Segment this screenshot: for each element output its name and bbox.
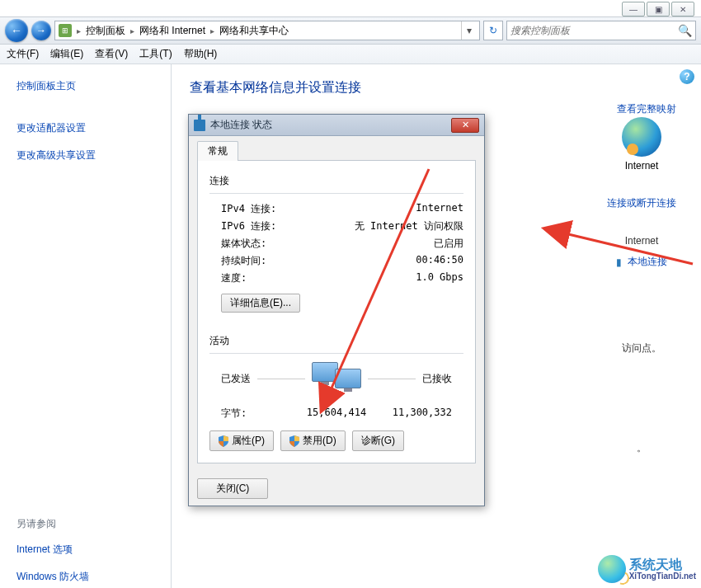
sidebar-link-windows-firewall[interactable]: Windows 防火墙 <box>16 570 154 584</box>
breadcrumb-item[interactable]: 网络和 Internet <box>139 24 205 38</box>
partial-text: 访问点。 <box>607 341 676 355</box>
menu-bar: 文件(F) 编辑(E) 查看(V) 工具(T) 帮助(H) <box>0 45 701 64</box>
sent-label: 已发送 <box>221 372 251 386</box>
chevron-right-icon: ▸ <box>129 26 136 35</box>
menu-help[interactable]: 帮助(H) <box>184 47 218 61</box>
menu-file[interactable]: 文件(F) <box>7 47 39 61</box>
received-label: 已接收 <box>422 372 452 386</box>
dialog-close-button[interactable]: ✕ <box>451 118 479 133</box>
row-ipv6: IPv6 连接:无 Internet 访问权限 <box>209 218 463 235</box>
view-full-map-link[interactable]: 查看完整映射 <box>617 102 676 116</box>
sidebar: 控制面板主页 更改适配器设置 更改高级共享设置 另请参阅 Internet 选项… <box>0 64 172 588</box>
menu-view[interactable]: 查看(V) <box>95 47 128 61</box>
help-icon[interactable]: ? <box>680 69 694 84</box>
chevron-right-icon: ▸ <box>75 26 82 35</box>
breadcrumb-item[interactable]: 控制面板 <box>86 24 125 38</box>
chevron-right-icon: ▸ <box>209 26 216 35</box>
row-speed: 速度:1.0 Gbps <box>209 270 463 287</box>
diagnose-button[interactable]: 诊断(G) <box>352 430 404 451</box>
sidebar-link-adapter-settings[interactable]: 更改适配器设置 <box>16 121 154 135</box>
dialog-title: 本地连接 状态 <box>210 118 272 132</box>
sidebar-link-advanced-sharing[interactable]: 更改高级共享设置 <box>16 148 154 162</box>
sidebar-home-link[interactable]: 控制面板主页 <box>16 79 154 93</box>
row-ipv4: IPv4 连接:Internet <box>209 200 463 218</box>
page-title: 查看基本网络信息并设置连接 <box>190 79 683 96</box>
close-button[interactable]: ✕ <box>671 2 694 16</box>
nav-forward-button[interactable]: → <box>31 21 51 40</box>
address-bar[interactable]: ⊞ ▸ 控制面板 ▸ 网络和 Internet ▸ 网络和共享中心 ▾ <box>54 21 480 40</box>
connect-disconnect-link[interactable]: 连接或断开连接 <box>607 196 676 210</box>
bytes-sent-value: 15,604,414 <box>298 407 374 421</box>
nav-back-button[interactable]: ← <box>5 19 28 42</box>
connection-icon: ▮ <box>616 256 622 268</box>
search-icon[interactable]: 🔍 <box>678 24 692 37</box>
control-panel-icon: ⊞ <box>59 24 72 37</box>
search-input[interactable] <box>510 25 678 36</box>
partial-text: 。 <box>607 441 676 455</box>
search-box[interactable]: 🔍 <box>506 21 696 40</box>
shield-icon <box>219 435 228 447</box>
details-button[interactable]: 详细信息(E)... <box>221 294 300 313</box>
disable-button[interactable]: 禁用(D) <box>280 430 346 451</box>
minimize-button[interactable]: — <box>622 2 645 16</box>
local-connection-link[interactable]: 本地连接 <box>628 255 667 269</box>
properties-button[interactable]: 属性(P) <box>209 430 274 451</box>
sidebar-link-internet-options[interactable]: Internet 选项 <box>16 543 154 557</box>
breadcrumb-item[interactable]: 网络和共享中心 <box>219 24 289 38</box>
network-icon <box>194 120 205 131</box>
refresh-button[interactable]: ↻ <box>483 21 503 40</box>
menu-tools[interactable]: 工具(T) <box>139 47 172 61</box>
tab-content-general: 连接 IPv4 连接:Internet IPv6 连接:无 Internet 访… <box>197 161 476 463</box>
window-title-bar: — ▣ ✕ <box>0 0 701 16</box>
internet-label: Internet <box>607 160 676 172</box>
bytes-label: 字节: <box>221 407 298 421</box>
menu-edit[interactable]: 编辑(E) <box>50 47 83 61</box>
section-connection-header: 连接 <box>209 174 463 188</box>
tab-strip: 常规 <box>197 141 476 161</box>
navigation-toolbar: ← → ⊞ ▸ 控制面板 ▸ 网络和 Internet ▸ 网络和共享中心 ▾ … <box>0 16 701 45</box>
connection-status-dialog: 本地连接 状态 ✕ 常规 连接 IPv4 连接:Internet IPv6 连接… <box>188 114 485 506</box>
bytes-received-value: 11,300,332 <box>375 407 452 421</box>
row-media-state: 媒体状态:已启用 <box>209 235 463 252</box>
activity-monitors-icon <box>312 362 361 395</box>
also-see-label: 另请参阅 <box>16 517 154 531</box>
tab-general[interactable]: 常规 <box>197 141 238 161</box>
internet-section-label: Internet <box>607 235 676 247</box>
network-map-area: 查看完整映射 Internet 连接或断开连接 Internet ▮ 本地连接 … <box>607 97 676 455</box>
internet-globe-icon <box>622 117 661 157</box>
address-dropdown-button[interactable]: ▾ <box>461 21 476 40</box>
dialog-title-bar[interactable]: 本地连接 状态 ✕ <box>189 115 484 136</box>
shield-icon <box>289 435 299 447</box>
section-activity-header: 活动 <box>209 334 463 348</box>
row-duration: 持续时间:00:46:50 <box>209 252 463 270</box>
maximize-button[interactable]: ▣ <box>647 2 670 16</box>
dialog-close-bottom-button[interactable]: 关闭(C) <box>197 478 268 499</box>
